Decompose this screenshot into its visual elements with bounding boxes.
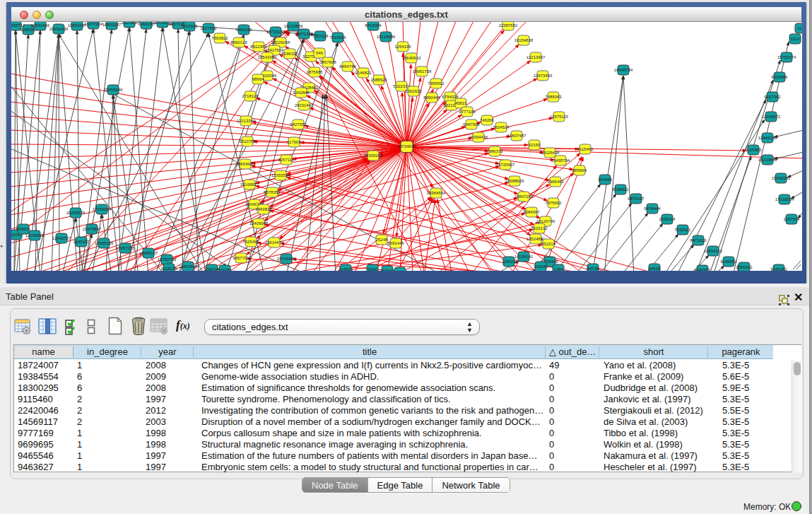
svg-text:164095: 164095 xyxy=(598,177,613,182)
svg-text:7625402: 7625402 xyxy=(242,240,259,244)
svg-text:12213369: 12213369 xyxy=(237,119,256,123)
svg-text:1112: 1112 xyxy=(791,37,800,41)
svg-text:26031441: 26031441 xyxy=(295,103,314,107)
svg-text:219346: 219346 xyxy=(534,264,548,269)
svg-text:25248: 25248 xyxy=(376,238,388,242)
svg-text:1691446: 1691446 xyxy=(387,241,404,245)
svg-text:15720407: 15720407 xyxy=(496,163,515,167)
svg-text:12444159: 12444159 xyxy=(758,136,777,140)
svg-text:7485063: 7485063 xyxy=(545,95,562,99)
svg-text:9242848: 9242848 xyxy=(293,90,310,95)
svg-text:8938921: 8938921 xyxy=(612,187,629,192)
svg-text:1065412: 1065412 xyxy=(736,265,753,269)
svg-text:8454749: 8454749 xyxy=(339,64,356,69)
svg-text:16120746: 16120746 xyxy=(536,219,555,223)
svg-text:8660123: 8660123 xyxy=(230,40,247,45)
svg-text:17016504: 17016504 xyxy=(775,197,794,201)
svg-text:8990448: 8990448 xyxy=(423,95,440,100)
svg-text:1610755: 1610755 xyxy=(239,139,256,144)
svg-text:25300203: 25300203 xyxy=(364,153,383,158)
svg-text:10719155: 10719155 xyxy=(266,30,286,34)
svg-text:19166827: 19166827 xyxy=(240,182,259,187)
svg-text:23226058: 23226058 xyxy=(271,40,290,45)
svg-text:2935114: 2935114 xyxy=(659,217,676,221)
svg-text:5578352: 5578352 xyxy=(264,190,281,194)
svg-text:8813054: 8813054 xyxy=(365,23,382,28)
svg-text:26206576: 26206576 xyxy=(66,211,86,215)
svg-text:746266: 746266 xyxy=(480,118,495,122)
svg-text:9115460: 9115460 xyxy=(577,147,594,151)
svg-text:84738: 84738 xyxy=(587,267,599,271)
svg-text:191846: 191846 xyxy=(393,270,408,271)
svg-text:16782759: 16782759 xyxy=(158,257,177,262)
svg-text:9345052: 9345052 xyxy=(770,267,787,271)
svg-text:1028279: 1028279 xyxy=(160,267,177,271)
svg-text:2867608: 2867608 xyxy=(319,60,336,64)
svg-text:8471626: 8471626 xyxy=(690,238,707,243)
svg-text:10025438: 10025438 xyxy=(541,151,560,155)
svg-text:3267110: 3267110 xyxy=(278,158,295,162)
svg-text:6497508: 6497508 xyxy=(463,122,480,127)
svg-text:13495794: 13495794 xyxy=(551,158,570,163)
svg-text:6466160: 6466160 xyxy=(235,28,252,32)
svg-text:45821: 45821 xyxy=(455,101,467,105)
svg-text:3624514: 3624514 xyxy=(493,125,510,129)
svg-text:109281: 109281 xyxy=(218,268,233,271)
svg-text:12975115: 12975115 xyxy=(550,115,569,119)
svg-text:15692951: 15692951 xyxy=(772,176,791,180)
svg-text:1527602: 1527602 xyxy=(200,26,217,30)
svg-text:62160: 62160 xyxy=(529,143,541,147)
svg-text:15716485: 15716485 xyxy=(277,257,296,261)
svg-text:16914479: 16914479 xyxy=(265,240,284,245)
svg-text:12505105: 12505105 xyxy=(95,241,114,245)
svg-text:10543362: 10543362 xyxy=(258,55,277,59)
svg-text:23975867: 23975867 xyxy=(83,227,102,231)
svg-text:12213967: 12213967 xyxy=(526,55,546,59)
svg-text:9345652: 9345652 xyxy=(694,268,711,271)
svg-text:17359934: 17359934 xyxy=(93,207,112,211)
svg-text:7632621: 7632621 xyxy=(674,228,691,232)
svg-text:16210643: 16210643 xyxy=(758,158,777,162)
svg-text:21077264: 21077264 xyxy=(84,22,103,26)
svg-text:9084067: 9084067 xyxy=(523,210,540,214)
svg-text:1284: 1284 xyxy=(553,267,563,271)
svg-text:7357224: 7357224 xyxy=(312,34,329,38)
svg-text:9146821: 9146821 xyxy=(355,71,372,75)
svg-text:20691406: 20691406 xyxy=(49,27,69,31)
svg-text:9777109: 9777109 xyxy=(459,110,476,114)
svg-text:1167534: 1167534 xyxy=(784,217,801,221)
svg-text:935001: 935001 xyxy=(16,227,31,231)
svg-text:118: 118 xyxy=(797,26,802,30)
svg-text:1527602: 1527602 xyxy=(121,22,138,25)
svg-text:9245652: 9245652 xyxy=(720,259,737,264)
svg-text:3493822: 3493822 xyxy=(255,207,272,211)
svg-text:20364436: 20364436 xyxy=(469,135,488,139)
svg-text:19384554: 19384554 xyxy=(427,191,446,195)
svg-text:3215955: 3215955 xyxy=(745,148,762,152)
svg-text:10688609: 10688609 xyxy=(505,179,524,183)
svg-text:16154838: 16154838 xyxy=(514,38,534,42)
svg-text:2542: 2542 xyxy=(367,267,377,271)
svg-text:16640910: 16640910 xyxy=(402,56,421,60)
svg-text:546: 546 xyxy=(316,51,324,55)
svg-text:1965493: 1965493 xyxy=(547,180,564,184)
svg-text:1362615: 1362615 xyxy=(405,89,422,93)
svg-text:12409948: 12409948 xyxy=(249,221,269,226)
svg-text:16648784: 16648784 xyxy=(614,68,633,72)
svg-text:117005: 117005 xyxy=(287,140,301,144)
svg-text:12156829: 12156829 xyxy=(25,233,45,238)
svg-text:22387652: 22387652 xyxy=(499,23,518,28)
svg-text:252214: 252214 xyxy=(541,242,556,246)
svg-text:10654122: 10654122 xyxy=(704,249,723,253)
svg-text:15751074: 15751074 xyxy=(777,55,796,59)
svg-text:8196328: 8196328 xyxy=(281,52,298,56)
svg-text:9329966: 9329966 xyxy=(771,75,788,79)
svg-text:7975692: 7975692 xyxy=(545,201,562,205)
svg-text:689969: 689969 xyxy=(572,168,587,173)
svg-text:7955812: 7955812 xyxy=(428,81,445,86)
svg-text:7515526: 7515526 xyxy=(181,24,198,28)
svg-text:16033809: 16033809 xyxy=(284,24,303,28)
svg-text:1145197: 1145197 xyxy=(73,240,90,244)
svg-text:10807487: 10807487 xyxy=(507,134,526,138)
svg-text:17957255: 17957255 xyxy=(116,246,135,250)
